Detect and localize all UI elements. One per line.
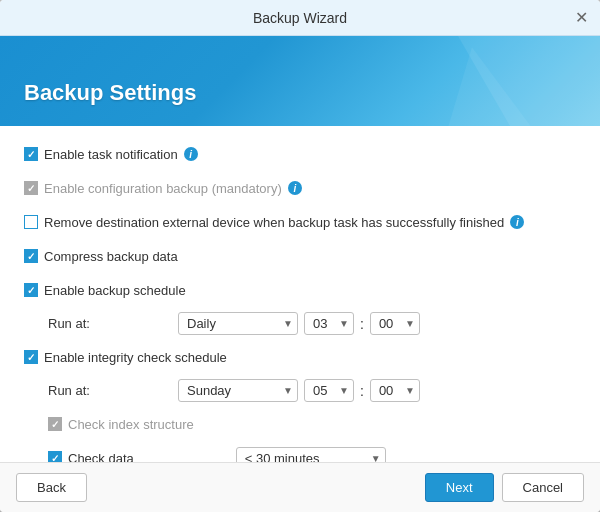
info-icon-task-notification[interactable]: i: [184, 147, 198, 161]
checkbox-check-data[interactable]: [48, 451, 62, 462]
header-banner: Backup Settings: [0, 36, 600, 126]
checkbox-backup-schedule[interactable]: [24, 283, 38, 297]
run-at-label-2: Run at:: [48, 383, 118, 398]
row-backup-schedule: Enable backup schedule: [24, 278, 576, 302]
text-compress-backup: Compress backup data: [44, 249, 178, 264]
content-scroll[interactable]: Enable task notification i Enable config…: [0, 126, 600, 462]
duration-select[interactable]: < 30 minutes < 1 hour < 2 hours No limit: [236, 447, 386, 463]
colon-1: :: [360, 316, 364, 332]
checkbox-integrity-check[interactable]: [24, 350, 38, 364]
info-icon-remove-destination[interactable]: i: [510, 215, 524, 229]
checkbox-check-index: [48, 417, 62, 431]
label-task-notification[interactable]: Enable task notification: [24, 147, 178, 162]
next-button[interactable]: Next: [425, 473, 494, 502]
hour-select-1[interactable]: 03: [304, 312, 354, 335]
frequency-select-1[interactable]: Daily Weekly Monthly: [178, 312, 298, 335]
run-at-row-2: Run at: Sunday Monday Tuesday Wednesday …: [48, 379, 576, 402]
label-remove-destination[interactable]: Remove destination external device when …: [24, 215, 504, 230]
minute-select-1[interactable]: 00: [370, 312, 420, 335]
text-task-notification: Enable task notification: [44, 147, 178, 162]
hour-select-wrapper-2: 05 ▼: [304, 379, 354, 402]
row-config-backup: Enable configuration backup (mandatory) …: [24, 176, 576, 200]
right-buttons: Next Cancel: [425, 473, 584, 502]
backup-wizard-dialog: Backup Wizard ✕ Backup Settings Enable t…: [0, 0, 600, 512]
dialog-title: Backup Wizard: [253, 10, 347, 26]
close-button[interactable]: ✕: [572, 9, 590, 27]
row-remove-destination: Remove destination external device when …: [24, 210, 576, 234]
checkbox-config-backup: [24, 181, 38, 195]
text-remove-destination: Remove destination external device when …: [44, 215, 504, 230]
info-icon-config-backup[interactable]: i: [288, 181, 302, 195]
label-check-data[interactable]: Check data: [48, 451, 134, 463]
row-check-data: Check data < 30 minutes < 1 hour < 2 hou…: [48, 446, 576, 462]
checkbox-remove-destination[interactable]: [24, 215, 38, 229]
duration-select-wrapper: < 30 minutes < 1 hour < 2 hours No limit…: [236, 447, 386, 463]
schedule1-select-group: Daily Weekly Monthly ▼ 03 ▼ :: [178, 312, 420, 335]
row-task-notification: Enable task notification i: [24, 142, 576, 166]
checkbox-task-notification[interactable]: [24, 147, 38, 161]
text-integrity-check: Enable integrity check schedule: [44, 350, 227, 365]
content-area: Enable task notification i Enable config…: [0, 126, 600, 462]
hour-select-2[interactable]: 05: [304, 379, 354, 402]
label-check-index: Check index structure: [48, 417, 194, 432]
frequency-select-wrapper-1: Daily Weekly Monthly ▼: [178, 312, 298, 335]
label-backup-schedule[interactable]: Enable backup schedule: [24, 283, 186, 298]
title-bar: Backup Wizard ✕: [0, 0, 600, 36]
checkbox-compress-backup[interactable]: [24, 249, 38, 263]
row-integrity-check: Enable integrity check schedule: [24, 345, 576, 369]
text-backup-schedule: Enable backup schedule: [44, 283, 186, 298]
minute-select-wrapper-2: 00 ▼: [370, 379, 420, 402]
frequency-select-2[interactable]: Sunday Monday Tuesday Wednesday Thursday…: [178, 379, 298, 402]
hour-select-wrapper-1: 03 ▼: [304, 312, 354, 335]
header-title: Backup Settings: [24, 80, 196, 106]
label-compress-backup[interactable]: Compress backup data: [24, 249, 178, 264]
run-at-row-1: Run at: Daily Weekly Monthly ▼ 03: [48, 312, 576, 335]
text-config-backup: Enable configuration backup (mandatory): [44, 181, 282, 196]
text-check-data: Check data: [68, 451, 134, 463]
minute-select-wrapper-1: 00 ▼: [370, 312, 420, 335]
colon-2: :: [360, 383, 364, 399]
row-compress-backup: Compress backup data: [24, 244, 576, 268]
minute-select-2[interactable]: 00: [370, 379, 420, 402]
footer: Back Next Cancel: [0, 462, 600, 512]
row-check-index: Check index structure: [48, 412, 576, 436]
label-integrity-check[interactable]: Enable integrity check schedule: [24, 350, 227, 365]
run-at-label-1: Run at:: [48, 316, 118, 331]
cancel-button[interactable]: Cancel: [502, 473, 584, 502]
label-config-backup: Enable configuration backup (mandatory): [24, 181, 282, 196]
text-check-index: Check index structure: [68, 417, 194, 432]
schedule2-select-group: Sunday Monday Tuesday Wednesday Thursday…: [178, 379, 420, 402]
frequency-select-wrapper-2: Sunday Monday Tuesday Wednesday Thursday…: [178, 379, 298, 402]
back-button[interactable]: Back: [16, 473, 87, 502]
